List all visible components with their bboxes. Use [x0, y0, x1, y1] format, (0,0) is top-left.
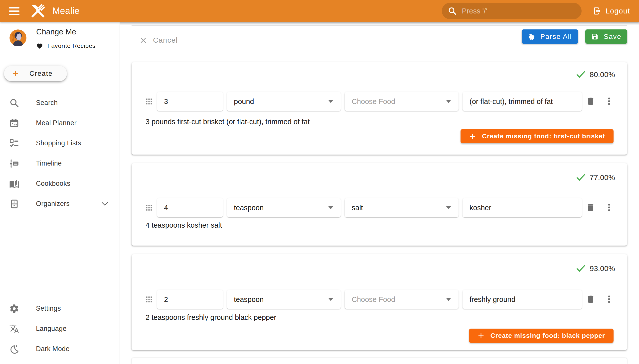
check-icon [576, 174, 586, 182]
mealie-logo-icon [29, 2, 47, 20]
original-ingredient-text: 4 teaspoons kosher salt [145, 221, 222, 229]
quantity-field[interactable] [157, 92, 223, 111]
quantity-field[interactable] [157, 198, 223, 217]
parse-all-button[interactable]: Parse All [522, 30, 578, 44]
sidebar-item-timeline[interactable]: Timeline [0, 153, 120, 174]
trash-icon [586, 203, 595, 212]
more-options-button[interactable] [604, 203, 614, 212]
quantity-input[interactable] [164, 204, 216, 212]
cabinet-icon [9, 199, 20, 209]
sidebar-item-settings[interactable]: Settings [0, 298, 120, 318]
search-icon [9, 98, 20, 108]
food-select[interactable]: Choose Food [345, 290, 459, 309]
sidebar-item-dark-mode[interactable]: Dark Mode [0, 339, 120, 359]
app-title: Mealie [52, 6, 80, 16]
sidebar-item-cookbooks[interactable]: Cookbooks [0, 174, 120, 194]
logout-button[interactable]: Logout [592, 7, 631, 15]
dropdown-caret-icon [446, 298, 452, 301]
book-open-icon [9, 179, 20, 189]
sidebar-item-search[interactable]: Search [0, 93, 120, 113]
moon-icon [9, 344, 20, 354]
note-input[interactable] [470, 98, 575, 106]
checklist-icon [9, 138, 20, 148]
parse-confidence: 80.00% [576, 70, 615, 79]
logout-icon [593, 7, 601, 15]
create-button[interactable]: Create [4, 66, 67, 81]
unit-select[interactable]: pound [227, 92, 341, 111]
note-input[interactable] [470, 204, 575, 212]
dropdown-caret-icon [446, 206, 452, 210]
create-missing-food-button[interactable]: Create missing food: first-cut brisket [461, 129, 613, 143]
delete-button[interactable] [586, 96, 595, 106]
apple-icon [528, 33, 535, 40]
favorite-recipes-label: Favorite Recipes [47, 42, 96, 49]
app-bar: Mealie Logout [0, 0, 639, 22]
sidebar: Change Me Favorite Recipes Create Search… [0, 22, 120, 364]
menu-icon[interactable] [9, 7, 20, 15]
trash-icon [586, 294, 595, 304]
plus-icon [11, 69, 20, 78]
close-icon [139, 37, 147, 44]
search-input[interactable] [461, 7, 576, 16]
kebab-icon [604, 96, 614, 106]
unit-select[interactable]: teaspoon [227, 290, 341, 309]
ingredient-card: 93.00% teaspoon Choose Food 2 teaspo [132, 254, 627, 350]
check-icon [576, 70, 586, 78]
original-ingredient-text: 2 teaspoons freshly ground black pepper [145, 314, 276, 322]
dropdown-caret-icon [328, 206, 334, 210]
drag-handle-icon[interactable] [145, 204, 152, 211]
dropdown-caret-icon [328, 298, 334, 301]
quantity-field[interactable] [157, 290, 223, 309]
note-input[interactable] [470, 296, 575, 304]
unit-select[interactable]: teaspoon [227, 198, 341, 217]
sidebar-item-meal-planner[interactable]: Meal Planner [0, 113, 120, 133]
sidebar-divider [0, 59, 120, 59]
user-name: Change Me [36, 28, 76, 36]
food-select[interactable]: salt [345, 198, 459, 217]
quantity-input[interactable] [164, 296, 216, 304]
chevron-down-icon [102, 202, 108, 206]
gear-icon [9, 304, 20, 314]
create-missing-food-button[interactable]: Create missing food: black pepper [469, 328, 613, 343]
favorite-recipes-link[interactable]: Favorite Recipes [36, 42, 96, 49]
original-ingredient-text: 3 pounds first-cut brisket (or flat-cut)… [145, 118, 310, 126]
search-icon [448, 6, 457, 16]
plus-icon [469, 133, 476, 140]
dropdown-caret-icon [328, 100, 334, 103]
drag-handle-icon[interactable] [145, 296, 152, 303]
cancel-button[interactable]: Cancel [138, 36, 179, 45]
global-search[interactable] [442, 3, 582, 19]
note-field[interactable] [463, 290, 582, 309]
more-options-button[interactable] [604, 96, 614, 106]
delete-button[interactable] [586, 294, 595, 304]
translate-icon [9, 324, 20, 334]
sidebar-item-organizers[interactable]: Organizers [0, 194, 120, 214]
logout-label: Logout [605, 7, 630, 15]
sidebar-item-language[interactable]: Language [0, 318, 120, 339]
more-options-button[interactable] [604, 294, 614, 304]
check-icon [576, 264, 586, 272]
ingredient-card: 77.00% teaspoon salt 4 teaspoons kos [132, 163, 627, 246]
parse-confidence: 93.00% [576, 264, 615, 273]
save-icon [591, 33, 598, 40]
sidebar-item-shopping-lists[interactable]: Shopping Lists [0, 133, 120, 153]
kebab-icon [604, 203, 614, 212]
note-field[interactable] [463, 92, 582, 111]
main-content: Cancel Parse All Save 80.00% pound [120, 22, 639, 364]
kebab-icon [604, 294, 614, 304]
avatar[interactable] [10, 30, 27, 46]
quantity-input[interactable] [164, 98, 216, 106]
food-select[interactable]: Choose Food [345, 92, 459, 111]
note-field[interactable] [463, 198, 582, 217]
trash-icon [586, 96, 595, 106]
next-ingredient-card-edge [132, 358, 627, 364]
ingredient-card: 80.00% pound Choose Food 3 pounds fi [132, 62, 627, 154]
dropdown-caret-icon [446, 100, 452, 103]
create-button-label: Create [30, 70, 53, 78]
parse-confidence: 77.00% [576, 173, 615, 182]
plus-icon [478, 332, 485, 339]
timeline-icon [9, 158, 20, 168]
delete-button[interactable] [586, 203, 595, 212]
save-button[interactable]: Save [585, 30, 627, 44]
drag-handle-icon[interactable] [145, 98, 152, 105]
